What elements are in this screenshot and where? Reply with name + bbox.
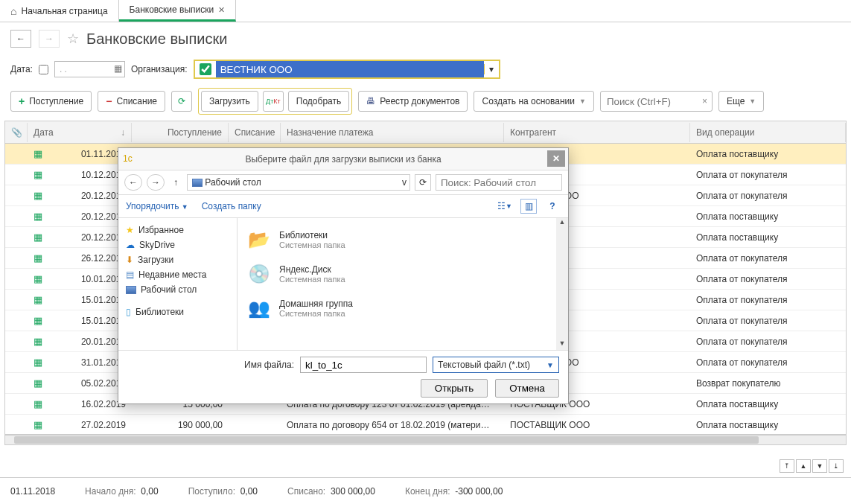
plus-icon: +: [19, 95, 25, 107]
document-icon: ▦: [34, 398, 42, 409]
dialog-path-input[interactable]: Рабочий стол v: [187, 174, 410, 191]
open-button[interactable]: Открыть: [421, 379, 488, 398]
sidebar-recent[interactable]: ▤Недавние места: [121, 267, 234, 282]
sidebar-downloads[interactable]: ⬇Загрузки: [121, 252, 234, 267]
sidebar-libraries[interactable]: ▯Библиотеки: [121, 304, 234, 319]
cloud-icon: ☁: [126, 240, 135, 250]
org-input[interactable]: [216, 61, 484, 77]
folder-icon: 💿: [245, 261, 273, 287]
monitor-icon: [126, 286, 136, 294]
dialog-close-button[interactable]: ✕: [547, 150, 565, 167]
scrollbar-thumb[interactable]: [14, 436, 759, 444]
dialog-refresh-button[interactable]: ⟳: [415, 174, 431, 191]
page-title: Банковские выписки: [86, 31, 227, 48]
refresh-button[interactable]: ⟳: [171, 91, 192, 112]
registry-button[interactable]: 🖶Реестр документов: [358, 91, 468, 112]
folder-item[interactable]: 📂БиблиотекиСистемная папка: [242, 223, 564, 257]
paperclip-icon: 📎: [11, 127, 22, 138]
minus-icon: −: [106, 95, 112, 107]
org-filter-checkbox[interactable]: [200, 63, 211, 75]
dialog-scrollbar[interactable]: ▲ ▼: [556, 218, 568, 350]
close-tab-icon[interactable]: ✕: [218, 5, 225, 15]
favorite-icon[interactable]: ☆: [67, 31, 79, 47]
row-nav-down[interactable]: ▼: [812, 459, 827, 473]
dialog-up-button[interactable]: ↑: [169, 177, 182, 188]
document-icon: ▦: [34, 252, 42, 264]
row-nav-top[interactable]: ⤒: [780, 459, 794, 473]
col-type[interactable]: Вид операции: [690, 123, 846, 142]
org-dropdown-icon[interactable]: ▾: [484, 64, 499, 74]
more-button[interactable]: Еще▼: [718, 91, 764, 112]
col-attach[interactable]: 📎: [5, 123, 28, 142]
status-start-label: Начало дня:: [85, 486, 136, 497]
receipt-button[interactable]: +Поступление: [10, 91, 92, 112]
load-button[interactable]: Загрузить: [201, 91, 258, 112]
document-icon: ▦: [34, 148, 42, 159]
home-icon: ⌂: [10, 5, 16, 17]
writeoff-button[interactable]: −Списание: [98, 91, 165, 112]
dialog-search-input[interactable]: [436, 174, 562, 191]
document-icon: ▦: [34, 377, 42, 389]
search-clear-icon[interactable]: ×: [698, 96, 712, 106]
calendar-icon[interactable]: ▦: [114, 63, 122, 74]
cancel-button[interactable]: Отмена: [495, 379, 559, 398]
folder-item[interactable]: 💿Яндекс.ДискСистемная папка: [242, 257, 564, 291]
file-open-dialog: 1c Выберите файл для загрузки выписки из…: [118, 147, 569, 404]
col-date[interactable]: Дата↓: [28, 123, 132, 142]
filetype-select[interactable]: Текстовый файл (*.txt) ▼: [433, 357, 559, 373]
date-filter-checkbox[interactable]: [39, 65, 48, 74]
table-header: 📎 Дата↓ Поступление Списание Назначение …: [5, 121, 846, 144]
document-icon: ▦: [34, 211, 42, 222]
chevron-down-icon: ▼: [546, 361, 554, 369]
nav-back-button[interactable]: ←: [10, 30, 31, 48]
create-based-button[interactable]: Создать на основании▼: [474, 91, 593, 112]
scroll-up-icon[interactable]: ▲: [556, 218, 568, 229]
help-button[interactable]: ?: [544, 199, 561, 214]
dialog-footer: Имя файла: Текстовый файл (*.txt) ▼ Откр…: [118, 350, 568, 403]
dialog-file-list[interactable]: 📂БиблиотекиСистемная папка💿Яндекс.ДискСи…: [238, 218, 568, 350]
sidebar-skydrive[interactable]: ☁SkyDrive: [121, 237, 234, 252]
new-folder-button[interactable]: Создать папку: [202, 201, 261, 211]
dialog-sidebar: ★Избранное ☁SkyDrive ⬇Загрузки ▤Недавние…: [118, 218, 238, 350]
dialog-title: Выберите файл для загрузки выписки из ба…: [245, 154, 441, 165]
search-box: ×: [600, 91, 713, 112]
status-out-value: 300 000,00: [331, 486, 375, 497]
organize-button[interactable]: Упорядочить ▼: [126, 201, 188, 211]
col-agent[interactable]: Контрагент: [504, 123, 690, 142]
date-filter-input[interactable]: . . ▦: [54, 61, 125, 77]
sidebar-favorites[interactable]: ★Избранное: [121, 223, 234, 237]
dialog-titlebar[interactable]: 1c Выберите файл для загрузки выписки из…: [118, 148, 568, 170]
path-dropdown-icon[interactable]: v: [402, 177, 407, 188]
row-nav-bottom[interactable]: ⤓: [829, 459, 844, 473]
document-icon: ▦: [34, 232, 42, 243]
dialog-body: ★Избранное ☁SkyDrive ⬇Загрузки ▤Недавние…: [118, 218, 568, 350]
document-icon: ▦: [34, 294, 42, 305]
nav-forward-button[interactable]: →: [39, 30, 60, 48]
row-nav-up[interactable]: ▲: [796, 459, 811, 473]
tab-bank-statements[interactable]: Банковские выписки ✕: [119, 0, 237, 22]
tab-active-label: Банковские выписки: [130, 4, 214, 15]
preview-pane-button[interactable]: ▥: [520, 199, 537, 214]
status-end-label: Конец дня:: [405, 486, 450, 497]
tab-bar: ⌂ Начальная страница Банковские выписки …: [0, 0, 851, 22]
document-icon: ▦: [34, 273, 42, 284]
horizontal-scrollbar[interactable]: [4, 435, 847, 445]
sidebar-desktop[interactable]: Рабочий стол: [121, 282, 234, 297]
tab-home[interactable]: ⌂ Начальная страница: [0, 0, 119, 22]
pick-button[interactable]: Подобрать: [288, 91, 349, 112]
table-row[interactable]: ▦ 27.02.2019190 000,00Оплата по договору…: [5, 415, 846, 434]
downloads-icon: ⬇: [126, 255, 133, 265]
status-in-value: 0,00: [240, 486, 258, 497]
folder-item[interactable]: 👥Домашняя группаСистемная папка: [242, 291, 564, 325]
col-desc[interactable]: Назначение платежа: [281, 123, 504, 142]
search-input[interactable]: [601, 93, 698, 110]
view-mode-button[interactable]: ☷ ▼: [497, 199, 513, 214]
scroll-down-icon[interactable]: ▼: [556, 339, 568, 350]
filename-input[interactable]: [300, 357, 427, 373]
col-out[interactable]: Списание: [229, 123, 281, 142]
dialog-back-button[interactable]: ←: [124, 174, 142, 191]
col-in[interactable]: Поступление: [132, 123, 229, 142]
dialog-forward-button[interactable]: →: [147, 174, 165, 191]
sort-down-icon: ↓: [121, 127, 125, 138]
dtct-button[interactable]: ДтКт: [263, 91, 284, 112]
